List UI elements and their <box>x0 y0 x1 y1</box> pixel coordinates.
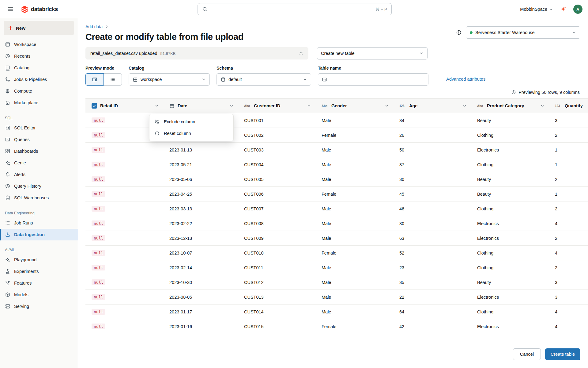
close-icon[interactable] <box>299 51 303 56</box>
marketplace-icon <box>5 100 10 105</box>
cell-quantity: 2 <box>549 128 588 142</box>
list-view-toggle[interactable] <box>104 73 122 86</box>
cell-quantity: 1 <box>549 157 588 172</box>
cell-product-category: Beauty <box>471 187 549 201</box>
cell-customer-id: CUST003 <box>238 143 315 157</box>
schema-database-icon <box>221 77 226 82</box>
new-button[interactable]: New <box>4 21 74 35</box>
sidebar-item[interactable]: Workspace <box>0 39 78 50</box>
databricks-logo[interactable]: databricks <box>21 5 58 13</box>
cell-customer-id: CUST010 <box>238 246 315 260</box>
hamburger-menu-icon[interactable] <box>7 6 13 12</box>
column-header[interactable]: Abc Product Category <box>471 99 549 113</box>
sidebar-item[interactable]: Genie <box>0 157 78 169</box>
workspace-switcher[interactable]: MobbinSpace <box>520 7 553 12</box>
column-header[interactable]: Abc Gender <box>315 99 393 113</box>
cell-age: 45 <box>393 187 471 201</box>
column-header[interactable]: 123 Quantity <box>549 99 588 113</box>
column-header-label: Quantity <box>565 103 583 108</box>
sidebar-item[interactable]: SQL Editor <box>0 122 78 134</box>
chevron-down-icon[interactable] <box>540 104 545 108</box>
table-row: null 2023-02-22 CUST008 Male 30 Electron… <box>85 216 588 231</box>
null-badge: null <box>92 176 105 182</box>
column-header[interactable]: 123 Age <box>393 99 471 113</box>
sidebar-item[interactable]: Recents <box>0 50 78 62</box>
sidebar-item[interactable]: Models <box>0 289 78 301</box>
table-name-input[interactable] <box>330 77 424 82</box>
advanced-attributes-link[interactable]: Advanced attributes <box>446 77 485 86</box>
cell-age: 52 <box>393 246 471 260</box>
string-type-icon: Abc <box>477 104 484 108</box>
cell-product-category: Clothing <box>471 260 549 275</box>
sidebar-item[interactable]: Features <box>0 277 78 289</box>
column-header[interactable]: Retail ID <box>85 99 163 113</box>
main-content: Add data Create or modify table from fil… <box>78 18 588 368</box>
table-row: null 2023-08-05 CUST013 Male 22 Electron… <box>85 290 588 305</box>
cell-date: 2023-01-16 <box>163 319 238 334</box>
chevron-down-icon[interactable] <box>307 104 311 108</box>
cell-quantity: 2 <box>549 260 588 275</box>
cell-date: 2023-10-07 <box>163 246 238 260</box>
compute-icon <box>5 88 10 94</box>
sidebar-item[interactable]: SQL Warehouses <box>0 192 78 204</box>
catalog-select[interactable]: workspace <box>129 73 210 86</box>
sidebar-item[interactable]: Dashboards <box>0 145 78 157</box>
features-icon <box>5 280 10 286</box>
cancel-button[interactable]: Cancel <box>513 348 541 360</box>
info-icon[interactable] <box>456 30 462 35</box>
chevron-down-icon[interactable] <box>155 104 159 108</box>
column-header-label: Date <box>178 103 187 108</box>
cell-gender: Male <box>315 290 393 304</box>
sidebar-item[interactable]: Query History <box>0 180 78 192</box>
preview-mode-toggle <box>85 73 122 86</box>
sidebar-item[interactable]: Experiments <box>0 266 78 277</box>
column-header[interactable]: Abc Customer ID <box>238 99 315 113</box>
cell-product-category: Electronics <box>471 319 549 334</box>
avatar[interactable]: A <box>573 5 582 14</box>
column-header[interactable]: Date <box>163 99 238 113</box>
cell-gender: Male <box>315 157 393 172</box>
table-view-toggle[interactable] <box>85 73 104 86</box>
cell-date: 2023-02-22 <box>163 216 238 231</box>
cell-age: 50 <box>393 143 471 157</box>
column-checkbox-checked[interactable] <box>92 103 97 109</box>
sidebar-item[interactable]: Queries <box>0 134 78 145</box>
chevron-down-icon[interactable] <box>462 104 467 108</box>
breadcrumb-add-data-link[interactable]: Add data <box>85 24 103 29</box>
table-row: null 2023-02-14 CUST011 Male 23 Clothing… <box>85 260 588 275</box>
null-badge: null <box>92 117 105 123</box>
sidebar-item[interactable]: Catalog <box>0 62 78 74</box>
status-dot-running <box>470 31 473 34</box>
cell-gender: Female <box>315 319 393 334</box>
sidebar-item[interactable]: Jobs & Pipelines <box>0 74 78 85</box>
cell-quantity: 4 <box>549 246 588 260</box>
table-name-field[interactable] <box>318 73 428 86</box>
context-menu-item[interactable]: Reset column <box>149 128 233 139</box>
sidebar-item[interactable]: Job Runs <box>0 217 78 229</box>
schema-select[interactable]: default <box>217 73 311 86</box>
null-badge: null <box>92 235 105 241</box>
context-menu-item[interactable]: Exclude column <box>149 116 233 128</box>
search-input[interactable] <box>211 6 372 12</box>
cell-product-category: Electronics <box>471 143 549 157</box>
table-row: null 2023-10-07 CUST010 Female 52 Clothi… <box>85 246 588 260</box>
cell-product-category: Clothing <box>471 201 549 216</box>
warehouse-select[interactable]: Serverless Starter Warehouse <box>466 26 580 39</box>
sidebar-item[interactable]: Serving <box>0 301 78 312</box>
sidebar-item[interactable]: Data Ingestion <box>0 229 78 240</box>
sidebar-item[interactable]: Compute <box>0 85 78 97</box>
global-search[interactable]: ⌘ + P <box>198 3 392 15</box>
uploaded-file-name: retail_sales_dataset.csv uploaded <box>90 51 157 56</box>
table-name-label: Table name <box>318 66 428 71</box>
sidebar-item[interactable]: Playground <box>0 254 78 266</box>
sidebar-item[interactable]: Alerts <box>0 169 78 180</box>
sidebar-item[interactable]: Marketplace <box>0 97 78 109</box>
table-mode-select[interactable]: Create new table <box>317 47 428 59</box>
create-table-button[interactable]: Create table <box>545 348 580 360</box>
assistant-sparkle-icon[interactable] <box>560 6 567 13</box>
cell-gender: Male <box>315 216 393 231</box>
cell-quantity: 3 <box>549 113 588 128</box>
chevron-down-icon[interactable] <box>229 104 234 108</box>
chevron-down-icon[interactable] <box>385 104 389 108</box>
calendar-icon <box>169 103 175 109</box>
